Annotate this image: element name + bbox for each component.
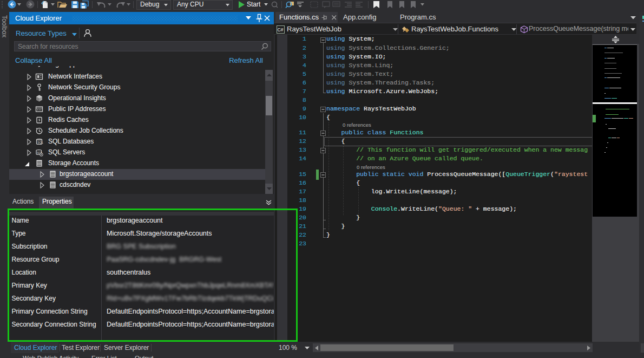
svg-text:C#: C# bbox=[278, 27, 284, 32]
svg-text:SQL: SQL bbox=[37, 141, 43, 144]
